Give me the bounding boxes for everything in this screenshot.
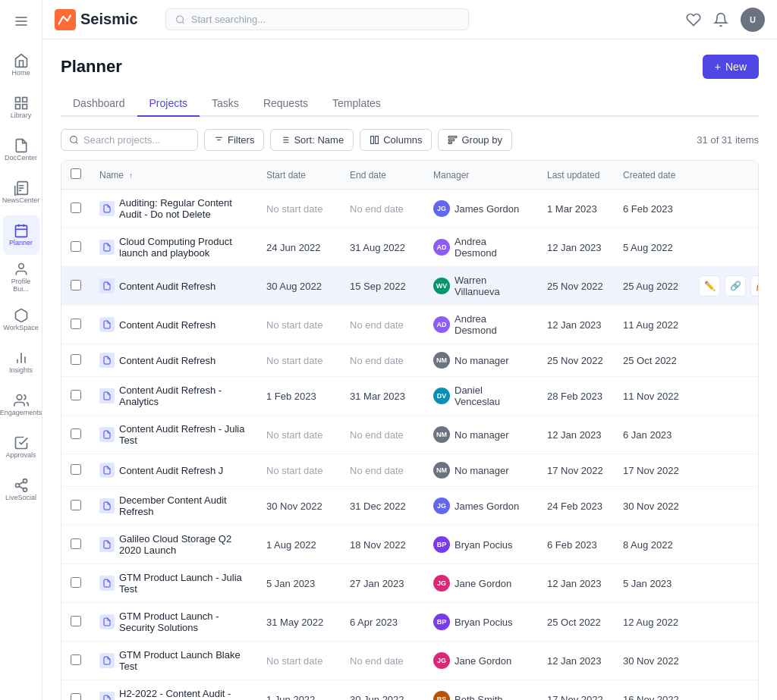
filters-icon [214, 135, 224, 145]
actions-cell [690, 642, 759, 680]
home-icon [14, 53, 29, 68]
sidebar-item-approvals[interactable]: Approvals [3, 428, 39, 467]
manager-avatar: AD [433, 239, 450, 256]
row-checkbox[interactable] [71, 654, 81, 665]
sidebar-item-label: LiveSocial [5, 494, 36, 502]
manager-cell: BP Bryan Pocius [424, 526, 538, 564]
created-date-cell: 30 Nov 2022 [614, 642, 690, 680]
notifications-icon[interactable] [713, 12, 728, 27]
planner-icon [14, 223, 29, 238]
tab-tasks[interactable]: Tasks [200, 91, 251, 117]
project-icon [99, 427, 115, 442]
projects-table: Name ↑ Start date End date Manager Last … [61, 160, 759, 700]
columns-button[interactable]: Columns [360, 129, 432, 151]
global-search[interactable] [165, 8, 469, 30]
sort-asc-icon: ↑ [129, 171, 133, 180]
row-checkbox-cell [61, 487, 90, 526]
sidebar-item-home[interactable]: Home [3, 46, 39, 85]
manager-avatar: JG [433, 652, 450, 669]
row-checkbox-cell [61, 344, 90, 377]
sidebar-item-profile[interactable]: Profile Bui... [3, 258, 39, 297]
row-checkbox-cell [61, 680, 90, 701]
sidebar-item-library[interactable]: Library [3, 88, 39, 127]
toolbar-left: Filters Sort: Name Columns Group by [61, 129, 512, 151]
col-header-last-updated[interactable]: Last updated [538, 161, 614, 190]
sidebar-item-newscenter[interactable]: NewsCenter [3, 173, 39, 212]
col-header-end-date[interactable]: End date [341, 161, 424, 190]
manager-avatar: NM [433, 462, 450, 479]
select-all-checkbox[interactable] [71, 168, 81, 179]
created-date-cell: 5 Jan 2023 [614, 564, 690, 603]
row-checkbox-cell [61, 526, 90, 564]
row-checkbox[interactable] [71, 428, 81, 439]
sidebar-item-insights[interactable]: Insights [3, 343, 39, 382]
project-icon [99, 692, 115, 700]
filters-button[interactable]: Filters [204, 129, 264, 151]
last-updated-cell: 12 Jan 2023 [538, 228, 614, 267]
col-header-start-date[interactable]: Start date [257, 161, 341, 190]
library-icon [14, 96, 29, 111]
sidebar-item-engagements[interactable]: Engagements [3, 385, 39, 425]
global-search-input[interactable] [191, 14, 459, 25]
start-date-cell: No start date [257, 190, 341, 228]
row-checkbox[interactable] [71, 202, 81, 213]
share-button[interactable]: 📤 [750, 275, 759, 297]
link-button[interactable]: 🔗 [725, 275, 746, 297]
row-checkbox[interactable] [71, 616, 81, 626]
sidebar-item-livesocial[interactable]: LiveSocial [3, 470, 39, 510]
row-checkbox-cell [61, 377, 90, 416]
sidebar-item-workspace[interactable]: WorkSpace [3, 300, 39, 340]
filters-label: Filters [228, 134, 254, 146]
row-checkbox[interactable] [71, 693, 81, 701]
group-by-button[interactable]: Group by [438, 129, 511, 151]
table-row: Auditing: Regular Content Audit - Do not… [61, 190, 759, 228]
col-header-manager[interactable]: Manager [424, 161, 538, 190]
sort-button[interactable]: Sort: Name [270, 129, 354, 151]
row-checkbox[interactable] [71, 577, 81, 588]
col-checkbox [61, 161, 90, 190]
tab-templates[interactable]: Templates [320, 91, 393, 117]
tab-dashboard[interactable]: Dashboard [61, 91, 137, 117]
user-avatar[interactable]: U [741, 8, 765, 32]
last-updated-cell: 25 Oct 2022 [538, 603, 614, 642]
project-icon [99, 463, 115, 478]
row-checkbox[interactable] [71, 390, 81, 400]
manager-avatar: BP [433, 614, 450, 630]
col-header-name[interactable]: Name ↑ [90, 161, 257, 190]
created-date-cell: 5 Aug 2022 [614, 228, 690, 267]
page-body: Planner + New Dashboard Projects Tasks R… [42, 39, 777, 700]
start-date-cell: 24 Jun 2022 [257, 228, 341, 267]
row-checkbox[interactable] [71, 500, 81, 510]
sidebar-item-doccenter[interactable]: DocCenter [3, 130, 39, 170]
row-checkbox-cell [61, 564, 90, 603]
project-name-cell: December Content Audit Refresh [90, 487, 257, 526]
col-header-created-date[interactable]: Created date [614, 161, 690, 190]
row-checkbox[interactable] [71, 464, 81, 475]
row-checkbox-cell [61, 267, 90, 306]
search-icon [69, 135, 79, 145]
menu-icon[interactable] [6, 6, 36, 36]
sort-icon [280, 135, 290, 145]
manager-name: No manager [455, 465, 509, 476]
livesocial-icon [14, 478, 29, 493]
row-checkbox[interactable] [71, 319, 81, 329]
projects-search-input[interactable] [83, 134, 190, 146]
edit-button[interactable]: ✏️ [699, 275, 720, 297]
sidebar-item-planner[interactable]: Planner [3, 215, 39, 255]
projects-search[interactable] [61, 129, 198, 151]
row-checkbox[interactable] [71, 538, 81, 549]
tab-requests[interactable]: Requests [251, 91, 320, 117]
new-button[interactable]: + New [703, 55, 759, 79]
favorites-icon[interactable] [686, 12, 701, 27]
end-date-cell: No end date [341, 416, 424, 454]
row-checkbox[interactable] [71, 280, 81, 290]
svg-point-20 [15, 484, 19, 488]
tab-projects[interactable]: Projects [137, 91, 200, 117]
row-checkbox-cell [61, 190, 90, 228]
row-checkbox[interactable] [71, 241, 81, 252]
row-checkbox[interactable] [71, 354, 81, 365]
last-updated-cell: 12 Jan 2023 [538, 416, 614, 454]
manager-name: Andrea Desmond [455, 236, 529, 259]
project-icon [99, 537, 115, 552]
created-date-cell: 30 Nov 2022 [614, 487, 690, 526]
